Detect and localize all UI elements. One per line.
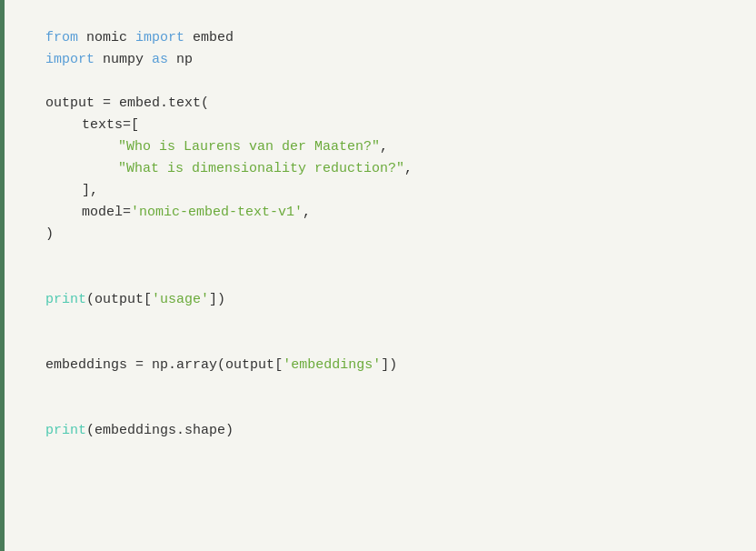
op-eq-emb: = <box>135 357 144 373</box>
op-bracket-emb-open: [ <box>274 357 283 373</box>
alias-np: np <box>168 52 193 67</box>
op-dot-1: . <box>160 95 168 111</box>
code-line-8: model='nomic-embed-text-v1', <box>45 202 720 224</box>
code-line-9: ) <box>45 224 720 245</box>
op-dot-np: . <box>168 357 176 373</box>
indent-2b <box>45 158 118 180</box>
code-line-6: "What is dimensionality reduction?", <box>45 158 720 180</box>
param-model: model <box>82 205 123 220</box>
code-container: from nomic import embed import numpy as … <box>0 0 756 551</box>
op-comma-1: , <box>380 139 388 155</box>
param-texts: texts <box>82 117 123 133</box>
var-embeddings: embeddings <box>45 357 135 373</box>
var-output-3: output <box>225 357 274 373</box>
op-bracket-close-1: ]) <box>209 292 225 307</box>
blank-line-1 <box>45 71 720 93</box>
keyword-import-2: import <box>45 52 94 67</box>
string-text-2: "What is dimensionality reduction?" <box>118 161 404 176</box>
op-array-open: ( <box>217 357 225 373</box>
keyword-as: as <box>152 52 168 67</box>
op-print1-open: ( <box>86 292 94 307</box>
attr-shape: shape <box>184 423 225 438</box>
string-model-value: 'nomic-embed-text-v1' <box>131 205 303 220</box>
blank-line-7 <box>45 398 720 420</box>
indent-1b <box>45 180 82 202</box>
op-comma-model: , <box>303 205 311 220</box>
op-equals: = <box>103 95 111 111</box>
code-line-1: from nomic import embed <box>45 27 720 49</box>
code-line-4: texts=[ <box>45 115 720 136</box>
code-line-5: "Who is Laurens van der Maaten?", <box>45 136 720 158</box>
indent-2a <box>45 136 118 158</box>
code-line-3: output = embed.text( <box>45 93 720 115</box>
op-bracket-open-1: [ <box>144 292 152 307</box>
var-output-2: output <box>94 292 144 307</box>
string-text-1: "Who is Laurens van der Maaten?" <box>118 139 380 155</box>
op-close-paren: ) <box>45 226 54 242</box>
op-print2-close: ) <box>225 423 234 438</box>
code-block: from nomic import embed import numpy as … <box>36 27 720 442</box>
indent-1 <box>45 115 82 136</box>
module-np: np <box>144 357 168 373</box>
op-print2-open: ( <box>86 423 94 438</box>
var-embeddings-2: embeddings <box>94 423 176 438</box>
op-eq-model: = <box>123 205 131 220</box>
op-bracket-emb-close: ]) <box>381 357 397 373</box>
code-line-10: print(output['usage']) <box>45 289 720 311</box>
left-border-accent <box>0 0 5 551</box>
code-line-11: embeddings = np.array(output['embeddings… <box>45 355 720 376</box>
blank-line-5 <box>45 333 720 355</box>
func-print-1: print <box>45 292 86 307</box>
func-array: array <box>176 357 217 373</box>
string-embeddings: 'embeddings' <box>283 357 381 373</box>
code-line-7: ], <box>45 180 720 202</box>
module-nomic: nomic <box>78 30 135 45</box>
op-comma-2: , <box>404 161 413 176</box>
op-dot-shape: . <box>176 423 184 438</box>
blank-line-4 <box>45 311 720 333</box>
indent-1c <box>45 202 82 224</box>
keyword-import: import <box>135 30 184 45</box>
blank-line-2 <box>45 245 720 267</box>
code-line-2: import numpy as np <box>45 49 720 71</box>
func-text: text <box>168 95 201 111</box>
string-usage: 'usage' <box>152 292 209 307</box>
func-print-2: print <box>45 423 86 438</box>
module-numpy: numpy <box>94 52 152 67</box>
blank-line-6 <box>45 376 720 398</box>
var-output: output <box>45 95 103 111</box>
blank-line-3 <box>45 267 720 289</box>
op-close-bracket-comma: ], <box>82 183 98 198</box>
op-open-paren: ( <box>201 95 209 111</box>
op-eq-bracket: =[ <box>123 117 139 133</box>
keyword-from: from <box>45 30 78 45</box>
identifier-embed: embed <box>184 30 234 45</box>
code-line-12: print(embeddings.shape) <box>45 420 720 442</box>
obj-embed: embed <box>111 95 160 111</box>
